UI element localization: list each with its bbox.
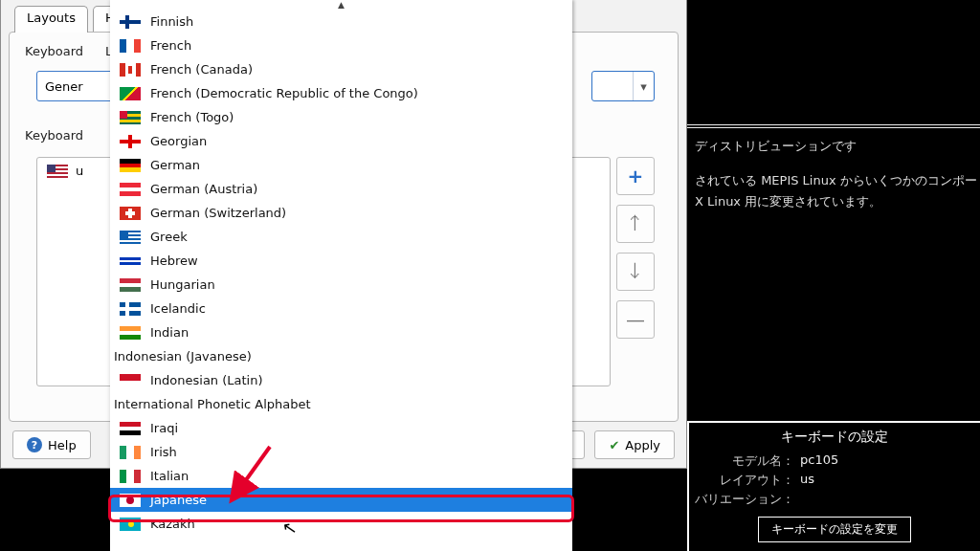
dropdown-item-finnish[interactable]: Finnish	[110, 10, 572, 33]
dropdown-item-label: German	[150, 158, 200, 172]
dropdown-item-label: Italian	[150, 469, 189, 483]
dropdown-item-label: French (Canada)	[150, 62, 253, 77]
combo-value: Gener	[37, 79, 112, 94]
help-button[interactable]: ? Help	[12, 430, 91, 459]
dropdown-item-georgian[interactable]: Georgian	[110, 129, 572, 153]
chevron-down-icon: ▾	[633, 72, 654, 100]
dropdown-item-label: Irish	[150, 445, 177, 459]
dropdown-item-label: Hebrew	[150, 253, 198, 268]
dropdown-item-indonesian-javanese[interactable]: Indonesian (Javanese)	[110, 344, 572, 368]
hebrew-flag-icon	[120, 257, 141, 265]
move-down-button[interactable]: 🡓	[616, 253, 655, 291]
indian-flag-icon	[120, 326, 141, 340]
arrow-up-icon: 🡑	[626, 212, 645, 235]
dropdown-item-german[interactable]: German	[110, 153, 572, 177]
arrow-down-icon: 🡓	[626, 260, 645, 283]
move-up-button[interactable]: 🡑	[616, 205, 655, 243]
kazakh-flag-icon	[120, 518, 141, 531]
dropdown-item-hungarian[interactable]: Hungarian	[110, 273, 572, 297]
dropdown-item-kazakh[interactable]: Kazakh	[110, 512, 572, 536]
indo-flag-icon	[120, 374, 141, 387]
dropdown-item-label: Hungarian	[150, 277, 215, 292]
italian-flag-icon	[120, 470, 141, 483]
info-line: X Linux 用に変更されています。	[691, 191, 980, 212]
dropdown-item-italian[interactable]: Italian	[110, 464, 572, 488]
label-keyboard-model: Keyboard	[25, 44, 83, 58]
dropdown-item-label: French (Democratic Republic of the Congo…	[150, 86, 418, 100]
check-icon: ✔	[609, 438, 619, 452]
german-flag-icon	[120, 159, 141, 172]
dropdown-item-label: French (Togo)	[150, 110, 234, 124]
dropdown-item-iraqi[interactable]: Iraqi	[110, 416, 572, 440]
dropdown-item-japanese[interactable]: Japanese	[110, 488, 572, 512]
french-flag-icon	[120, 39, 141, 53]
dropdown-item-icelandic[interactable]: Icelandic	[110, 297, 572, 320]
dropdown-item-label: Finnish	[150, 14, 193, 29]
dropdown-list: FinnishFrenchFrench (Canada)French (Demo…	[110, 10, 572, 536]
dropdown-item-label: Iraqi	[150, 421, 178, 435]
dropdown-item-french-togo[interactable]: French (Togo)	[110, 105, 572, 129]
info-line: されている MEPIS Linux からいくつかのコンポー	[691, 170, 980, 191]
layout-side-buttons: + 🡑 🡓 —	[616, 157, 655, 348]
swiss-flag-icon	[120, 207, 141, 220]
dropdown-item-french-democratic-republic-of-the-congo[interactable]: French (Democratic Republic of the Congo…	[110, 81, 572, 105]
dropdown-item-label: Indian	[150, 325, 189, 340]
apply-button[interactable]: ✔ Apply	[594, 430, 675, 459]
field-value: pc105	[800, 452, 838, 470]
dropdown-item-label: German (Switzerland)	[150, 206, 286, 220]
field-value: us	[800, 472, 814, 489]
dropdown-item-german-switzerland[interactable]: German (Switzerland)	[110, 201, 572, 225]
dropdown-item-label: Indonesian (Javanese)	[114, 349, 252, 364]
dropdown-item-irish[interactable]: Irish	[110, 440, 572, 464]
change-keyboard-settings-button[interactable]: キーボードの設定を変更	[758, 517, 911, 542]
dropdown-item-french-canada[interactable]: French (Canada)	[110, 57, 572, 81]
button-label: Help	[48, 438, 77, 452]
dropdown-item-german-austria[interactable]: German (Austria)	[110, 177, 572, 201]
minus-icon: —	[626, 308, 645, 331]
terminal-info-panel: ディストリビューションです されている MEPIS Linux からいくつかのコ…	[687, 0, 980, 551]
list-item-label: u	[76, 164, 83, 178]
dropdown-item-indian[interactable]: Indian	[110, 320, 572, 344]
dropdown-item-label: German (Austria)	[150, 182, 257, 196]
icelandic-flag-icon	[120, 302, 141, 316]
tab-layouts[interactable]: Layouts	[14, 6, 88, 33]
add-layout-button[interactable]: +	[616, 157, 655, 195]
dropdown-item-label: Icelandic	[150, 301, 206, 316]
japanese-flag-icon	[120, 494, 141, 507]
us-flag-icon	[47, 165, 68, 178]
info-line: ディストリビューションです	[691, 136, 980, 157]
remove-layout-button[interactable]: —	[616, 300, 655, 339]
button-label: キーボードの設定を変更	[771, 522, 898, 536]
dropdown-item-hebrew[interactable]: Hebrew	[110, 249, 572, 273]
dropdown-item-french[interactable]: French	[110, 33, 572, 57]
dropdown-item-label: Greek	[150, 230, 188, 244]
field-label: モデル名：	[695, 452, 800, 470]
dropdown-item-international-phonetic-alphabet[interactable]: International Phonetic Alphabet	[110, 392, 572, 416]
finnish-flag-icon	[120, 15, 141, 29]
iraqi-flag-icon	[120, 422, 141, 435]
keyboard-model-combobox[interactable]: Gener	[36, 71, 113, 101]
greek-flag-icon	[120, 231, 141, 244]
variant-combobox[interactable]: ▾	[591, 71, 655, 101]
austria-flag-icon	[120, 183, 141, 196]
dropdown-item-label: International Phonetic Alphabet	[114, 397, 311, 411]
plus-icon: +	[628, 165, 644, 187]
keyboard-info-box: キーボードの設定 モデル名：pc105 レイアウト：us バリエーション： キー…	[687, 421, 980, 551]
togo-flag-icon	[120, 111, 141, 124]
dropdown-item-indonesian-latin[interactable]: Indonesian (Latin)	[110, 368, 572, 392]
georgian-flag-icon	[120, 135, 141, 148]
dropdown-item-label: French	[150, 38, 191, 53]
dropdown-item-greek[interactable]: Greek	[110, 225, 572, 249]
hungarian-flag-icon	[120, 278, 141, 292]
button-label: Apply	[625, 438, 660, 452]
tab-label: Layouts	[27, 11, 76, 25]
language-dropdown[interactable]: ▲ FinnishFrenchFrench (Canada)French (De…	[110, 0, 572, 551]
dropdown-item-label: Japanese	[150, 493, 207, 507]
field-label: レイアウト：	[695, 472, 800, 489]
dropdown-item-label: Kazakh	[150, 517, 195, 531]
congo-flag-icon	[120, 87, 141, 100]
dropdown-item-label: Indonesian (Latin)	[150, 373, 263, 387]
help-icon: ?	[27, 437, 42, 452]
scroll-up-indicator[interactable]: ▲	[110, 0, 572, 10]
irish-flag-icon	[120, 446, 141, 459]
